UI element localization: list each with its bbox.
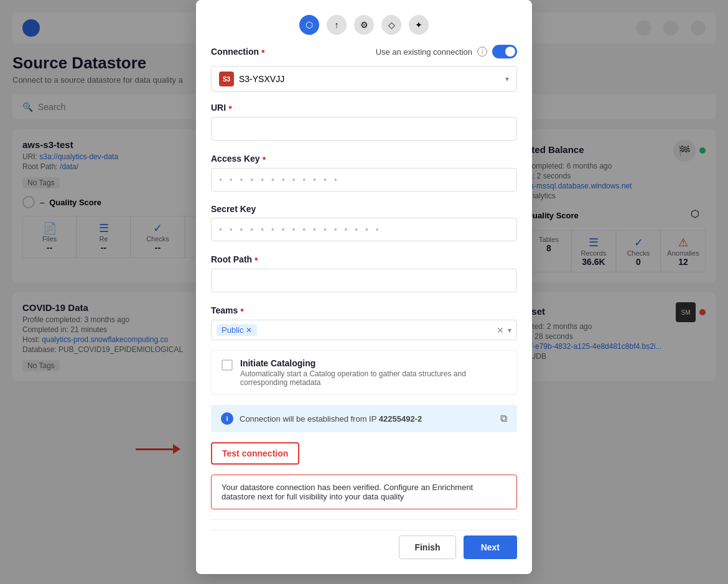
uri-group: URI • <box>211 102 517 151</box>
uri-label: URI • <box>211 102 517 113</box>
uri-input[interactable] <box>211 117 517 141</box>
ip-info-icon: i <box>221 412 233 425</box>
initiate-cataloging-desc: Automatically start a Catalog operation … <box>240 369 506 387</box>
connection-select-left: S3 S3-YSXVJJ <box>219 72 284 86</box>
step-icon-2: ↑ <box>327 15 347 35</box>
teams-clear-icon[interactable]: ✕ <box>497 325 504 335</box>
secret-key-input[interactable] <box>211 218 517 241</box>
public-tag-remove[interactable]: ✕ <box>246 326 252 335</box>
use-existing-label: Use an existing connection <box>376 47 472 57</box>
step-icon-3: ⚙ <box>354 15 374 35</box>
access-key-input[interactable] <box>211 168 517 192</box>
modal-footer: Finish Next <box>211 530 517 559</box>
teams-group: Teams • Public ✕ ✕ ▾ <box>211 305 517 340</box>
teams-label: Teams • <box>211 305 517 316</box>
root-path-group: Root Path • <box>211 254 517 302</box>
secret-key-label: Secret Key <box>211 204 517 214</box>
root-path-label: Root Path • <box>211 254 517 265</box>
source-datastore-modal: ⬡ ↑ ⚙ ◇ ✦ Connection • Use an existing c… <box>196 0 532 574</box>
connection-label: Connection • <box>211 46 265 57</box>
public-tag-chip: Public ✕ <box>217 324 257 336</box>
use-existing-row: Use an existing connection i <box>376 45 517 58</box>
initiate-cataloging-section: Initiate Cataloging Automatically start … <box>211 350 517 395</box>
teams-select[interactable]: Public ✕ ✕ ▾ <box>211 320 517 340</box>
test-connection-container: Test connection <box>211 442 517 475</box>
connection-row: Connection • Use an existing connection … <box>211 45 517 58</box>
root-path-required: • <box>254 254 258 265</box>
connection-required: • <box>261 46 265 57</box>
step-icons: ⬡ ↑ ⚙ ◇ ✦ <box>211 15 517 35</box>
copy-icon[interactable]: ⧉ <box>500 413 507 424</box>
teams-select-right: ✕ ▾ <box>497 325 511 335</box>
next-button[interactable]: Next <box>464 535 517 559</box>
ip-info-banner: i Connection will be established from IP… <box>211 405 517 432</box>
access-key-group: Access Key • <box>211 153 517 202</box>
s3-icon: S3 <box>219 72 234 86</box>
access-key-label: Access Key • <box>211 153 517 164</box>
use-existing-toggle[interactable] <box>492 45 517 58</box>
ip-info-left: i Connection will be established from IP… <box>221 412 422 425</box>
success-banner-text: Your datastore connection has been verif… <box>222 483 506 501</box>
secret-key-group: Secret Key <box>211 204 517 251</box>
teams-chevron-icon: ▾ <box>508 326 511 335</box>
chevron-down-icon: ▾ <box>505 75 509 83</box>
step-icon-5: ✦ <box>409 15 429 35</box>
uri-required: • <box>228 102 232 113</box>
initiate-cataloging-title: Initiate Cataloging <box>240 358 506 368</box>
step-icon-1: ⬡ <box>299 15 319 35</box>
finish-button[interactable]: Finish <box>399 535 455 559</box>
ip-value: 42255492-2 <box>379 414 422 424</box>
initiate-cataloging-checkbox[interactable] <box>222 359 233 371</box>
connection-value: S3-YSXVJJ <box>239 74 284 84</box>
ip-info-text: Connection will be established from IP 4… <box>240 414 422 424</box>
teams-select-left: Public ✕ <box>217 324 257 336</box>
step-icon-4: ◇ <box>381 15 401 35</box>
success-banner: Your datastore connection has been verif… <box>211 475 517 509</box>
initiate-cataloging-row: Initiate Cataloging Automatically start … <box>222 358 506 387</box>
teams-required: • <box>240 305 244 316</box>
access-key-required: • <box>263 153 266 164</box>
root-path-input[interactable] <box>211 269 517 292</box>
footer-divider <box>211 519 517 520</box>
initiate-cataloging-text: Initiate Cataloging Automatically start … <box>240 358 506 387</box>
test-connection-button[interactable]: Test connection <box>211 442 299 465</box>
use-existing-info-icon[interactable]: i <box>477 47 487 57</box>
modal-overlay: ⬡ ↑ ⚙ ◇ ✦ Connection • Use an existing c… <box>0 0 728 584</box>
connection-select[interactable]: S3 S3-YSXVJJ ▾ <box>211 66 517 92</box>
